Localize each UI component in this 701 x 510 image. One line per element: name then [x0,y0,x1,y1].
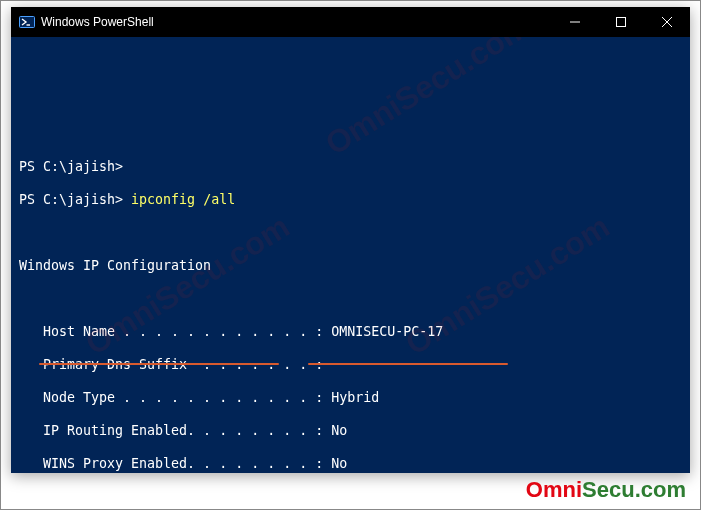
footer-watermark-a: Omni [526,477,582,502]
window-title: Windows PowerShell [41,15,154,29]
prompt-line: PS C:\jajish> ipconfig /all [19,192,682,209]
highlight-underline [39,363,279,365]
command-text: ipconfig /all [131,192,235,207]
prompt-text: PS C:\jajish> [19,192,131,207]
output-line: Node Type . . . . . . . . . . . . : Hybr… [19,390,682,407]
output-line: WINS Proxy Enabled. . . . . . . . : No [19,456,682,473]
footer-watermark-b: Secu.com [582,477,686,502]
watermark-overlay: OmniSecu.com [324,37,530,154]
prompt-line: PS C:\jajish> [19,159,682,176]
powershell-window: Windows PowerShell OmniSecu.com OmniSecu… [11,7,690,473]
titlebar[interactable]: Windows PowerShell [11,7,690,37]
powershell-icon [19,14,35,30]
minimize-button[interactable] [552,7,598,37]
close-button[interactable] [644,7,690,37]
terminal-output[interactable]: OmniSecu.com OmniSecu.com OmniSecu.com P… [11,37,690,473]
output-line: Host Name . . . . . . . . . . . . : OMNI… [19,324,682,341]
svg-rect-3 [617,18,626,27]
section-header: Windows IP Configuration [19,258,682,275]
footer-watermark: OmniSecu.com [526,477,686,503]
maximize-button[interactable] [598,7,644,37]
highlight-underline [308,363,508,365]
output-line: IP Routing Enabled. . . . . . . . : No [19,423,682,440]
